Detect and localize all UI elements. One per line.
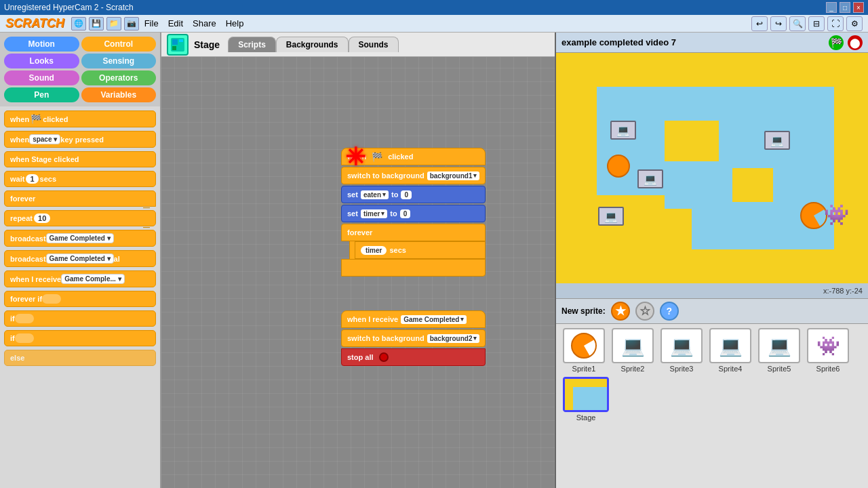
category-looks[interactable]: Looks [4, 54, 79, 68]
block-stop-all[interactable]: stop all [341, 348, 486, 366]
stop-button[interactable]: ⬤ [848, 35, 863, 50]
block-set-timer[interactable]: set timer to 0 [341, 205, 486, 222]
new-sprite-label: New sprite: [561, 306, 606, 316]
stage-icon [167, 34, 189, 56]
laptop-sprite-4: 💻 [598, 207, 624, 226]
block-broadcast2[interactable]: broadcast Game Completed ▾ al [4, 250, 156, 267]
pacman-sprite [800, 202, 827, 229]
ball-sprite [607, 155, 630, 178]
sprite-label-4: Sprite4 [719, 365, 743, 373]
sprite-panel-header: New sprite: ★ ☆ ? [556, 298, 868, 324]
sprite-label-6: Sprite6 [816, 365, 840, 373]
blocks-palette: when 🏁 clicked when space ▾ key pressed … [0, 106, 160, 488]
tab-sounds[interactable]: Sounds [349, 37, 399, 52]
block-repeat[interactable]: repeat 10 — [4, 210, 156, 226]
block-set-eaten[interactable]: set eaten to 0 [341, 186, 486, 203]
laptop-sprite-3: 💻 [637, 169, 663, 188]
stage-label: Stage [576, 413, 596, 422]
main-area: Motion Control Looks Sensing Sound Opera… [0, 33, 868, 488]
settings-icon[interactable]: ⚙ [846, 16, 863, 31]
coord-bar: x:-788 y:-24 [556, 283, 868, 298]
script-area[interactable]: Stage Scripts Backgrounds Sounds when 🏁 … [161, 33, 556, 488]
help-menu[interactable]: Help [226, 18, 244, 28]
block-when-key-pressed[interactable]: when space ▾ key pressed [4, 131, 156, 148]
maze-wall-bottom [556, 249, 868, 283]
sprite-img-6: 👾 [807, 328, 849, 363]
block-when-receive-game-completed[interactable]: when I receive Game Completed [341, 310, 486, 328]
undo-icon[interactable]: ↩ [751, 16, 768, 31]
category-sensing[interactable]: Sensing [81, 54, 157, 68]
minimize-button[interactable]: _ [826, 2, 837, 13]
sprite-img-5: 💻 [758, 328, 800, 363]
stage-thumb[interactable]: Stage [561, 377, 610, 422]
sprite-img-2: 💻 [612, 328, 654, 363]
monster-sprite: 👾 [824, 203, 849, 226]
sprite-label-1: Sprite1 [572, 365, 596, 373]
tab-scripts[interactable]: Scripts [228, 37, 276, 52]
coordinates: x:-788 y:-24 [823, 287, 863, 295]
block-when-stage-clicked[interactable]: when Stage clicked [4, 151, 156, 167]
sprite-grid: Sprite1 💻 Sprite2 💻 Sprite3 💻 Sprite4 [556, 324, 868, 426]
titlebar-title: Unregistered HyperCam 2 - Scratch [4, 3, 134, 12]
game-canvas[interactable]: eaten 0 timer 0 [556, 53, 868, 283]
paint-sprite-button[interactable]: ★ [611, 302, 630, 321]
sprite-thumb-4[interactable]: 💻 Sprite4 [708, 328, 753, 373]
block-when-receive[interactable]: when I receive Game Comple... ▾ [4, 270, 156, 287]
fullscreen-icon[interactable]: ⛶ [827, 16, 844, 31]
random-sprite-button[interactable]: ☆ [635, 302, 654, 321]
titlebar: Unregistered HyperCam 2 - Scratch _ □ × [0, 0, 868, 15]
svg-rect-1 [172, 39, 178, 45]
sprite-img-1 [563, 328, 605, 363]
laptop-sprite-1: 💻 [610, 121, 636, 140]
right-panel: example completed video 7 🏁 ⬤ eaten 0 ti… [556, 33, 868, 488]
svg-rect-2 [179, 39, 183, 42]
maze-wall-right [834, 53, 868, 283]
menubar: SCRATCH 🌐 💾 📁 📷 File Edit Share Help ↩ ↪… [0, 15, 868, 33]
block-when-flag-clicked[interactable]: when 🏁 clicked ✳ [341, 148, 486, 165]
sprite-thumb-3[interactable]: 💻 Sprite3 [659, 328, 704, 373]
category-variables[interactable]: Variables [81, 87, 157, 102]
preview-title: example completed video 7 [561, 37, 676, 47]
sprite-thumb-2[interactable]: 💻 Sprite2 [610, 328, 655, 373]
close-button[interactable]: × [853, 2, 864, 13]
zoom-out-icon[interactable]: ⊟ [808, 16, 825, 31]
block-categories: Motion Control Looks Sensing Sound Opera… [0, 33, 160, 106]
folder-icon[interactable]: 📁 [106, 17, 121, 30]
tab-backgrounds[interactable]: Backgrounds [276, 37, 349, 52]
svg-rect-3 [172, 46, 176, 50]
globe-icon[interactable]: 🌐 [71, 17, 86, 30]
sprite-thumb-5[interactable]: 💻 Sprite5 [757, 328, 802, 373]
block-broadcast1[interactable]: broadcast Game Completed ▾ [4, 230, 156, 247]
camera-icon[interactable]: 📷 [124, 17, 139, 30]
upload-sprite-button[interactable]: ? [660, 302, 679, 321]
category-operators[interactable]: Operators [81, 70, 157, 85]
block-switch-background2[interactable]: switch to background background2 [341, 329, 486, 347]
titlebar-controls[interactable]: _ □ × [826, 2, 864, 13]
sprite-thumb-1[interactable]: Sprite1 [561, 328, 606, 373]
maximize-button[interactable]: □ [840, 2, 850, 13]
zoom-in-icon[interactable]: 🔍 [789, 16, 806, 31]
file-menu[interactable]: File [144, 18, 159, 28]
menu-items: File Edit Share Help [144, 18, 244, 28]
forever-block[interactable]: forever timer secs [341, 224, 486, 277]
block-forever-if[interactable]: forever if [4, 291, 156, 307]
save-icon[interactable]: 💾 [89, 17, 104, 30]
category-control[interactable]: Control [81, 37, 157, 52]
share-menu[interactable]: Share [193, 18, 216, 28]
category-pen[interactable]: Pen [4, 87, 79, 102]
sprite-thumb-6[interactable]: 👾 Sprite6 [806, 328, 850, 373]
play-button[interactable]: 🏁 [829, 35, 844, 50]
left-panel: Motion Control Looks Sensing Sound Opera… [0, 33, 161, 488]
explosion-icon: ✳ [345, 143, 366, 171]
menu-icons: 🌐 💾 📁 📷 [71, 17, 139, 30]
stage-tabs: Scripts Backgrounds Sounds [228, 37, 398, 52]
block-if-else[interactable]: if [4, 330, 156, 346]
redo-icon[interactable]: ↪ [770, 16, 787, 31]
block-wait[interactable]: wait 1 secs [4, 171, 156, 187]
category-sound[interactable]: Sound [4, 70, 79, 85]
edit-menu[interactable]: Edit [168, 18, 183, 28]
block-when-clicked[interactable]: when 🏁 clicked [4, 110, 156, 127]
block-if[interactable]: if [4, 310, 156, 327]
block-forever[interactable]: forever — [4, 190, 156, 207]
category-motion[interactable]: Motion [4, 37, 79, 52]
